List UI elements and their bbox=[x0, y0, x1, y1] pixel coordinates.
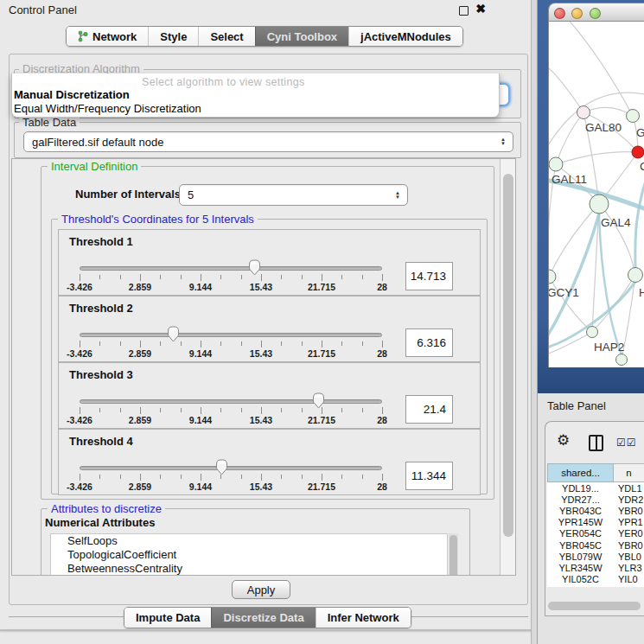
table-data-value: galFiltered.sif default node bbox=[32, 136, 163, 149]
group-title: Threshold's Coordinates for 5 Intervals bbox=[58, 213, 258, 226]
threshold-slider-track[interactable] bbox=[80, 466, 382, 470]
tab-select[interactable]: Select bbox=[198, 27, 254, 46]
number-of-intervals-value: 5 bbox=[188, 188, 194, 201]
network-node-gal4[interactable] bbox=[590, 194, 609, 214]
network-node-label: GA bbox=[636, 126, 644, 139]
table-data-combobox[interactable]: galFiltered.sif default node ▲▼ bbox=[23, 131, 513, 152]
threshold-slider-track[interactable] bbox=[80, 333, 382, 337]
attribute-list-item[interactable]: BetweennessCentrality bbox=[51, 562, 447, 576]
table-row[interactable]: YBR043CYBR0 bbox=[547, 505, 644, 516]
network-node-gcy1[interactable] bbox=[549, 270, 556, 284]
network-edge[interactable] bbox=[592, 275, 635, 332]
table-hscrollbar-thumb[interactable] bbox=[548, 602, 641, 610]
settings-scrollbar[interactable] bbox=[500, 159, 515, 576]
group-title: Interval Definition bbox=[48, 160, 141, 173]
column-header-shared-name[interactable]: shared... bbox=[547, 463, 614, 482]
numerical-attributes-label: Numerical Attributes bbox=[45, 516, 155, 529]
gear-icon[interactable]: ⚙ bbox=[557, 433, 570, 448]
network-canvas[interactable]: GAL80GACGAL11GAL4GCY1HHAP2 bbox=[548, 22, 644, 367]
threshold-value-field[interactable]: 11.344 bbox=[405, 462, 453, 490]
network-edge[interactable] bbox=[583, 107, 633, 116]
thresholds-group: Threshold's Coordinates for 5 Intervals … bbox=[51, 219, 488, 494]
panel-split-divider[interactable] bbox=[531, 0, 538, 644]
slider-tick-labels: -3.4262.8599.14415.4321.71528 bbox=[80, 282, 382, 292]
network-node-c[interactable] bbox=[632, 146, 644, 158]
tab-cyni-toolbox[interactable]: Cyni Toolbox bbox=[255, 27, 348, 46]
network-edge[interactable] bbox=[556, 152, 638, 164]
algorithm-option-equal-width[interactable]: Equal Width/Frequency Discretization bbox=[14, 102, 201, 115]
network-window-titlebar[interactable] bbox=[548, 3, 644, 22]
table-row[interactable]: YBL079WYBL0 bbox=[547, 551, 644, 562]
threshold-3-row: Threshold 3-3.4262.8599.14415.4321.71528… bbox=[58, 362, 481, 429]
algorithm-dropdown-popup: Select algorithm to view settings Manual… bbox=[11, 73, 500, 118]
attribute-list-item[interactable]: SelfLoops bbox=[51, 534, 447, 548]
algorithm-option-manual[interactable]: Manual Discretization bbox=[14, 88, 130, 101]
tab-infer-network[interactable]: Infer Network bbox=[316, 608, 411, 628]
slider-tick-labels: -3.4262.8599.14415.4321.71528 bbox=[80, 348, 382, 359]
threshold-value-field[interactable]: 21.4 bbox=[405, 395, 453, 424]
apply-button[interactable]: Apply bbox=[232, 580, 290, 599]
network-node-ga[interactable] bbox=[627, 110, 640, 123]
attributes-list-scrollbar[interactable] bbox=[449, 533, 458, 576]
slider-tick-labels: -3.4262.8599.14415.4321.71528 bbox=[80, 481, 382, 492]
column-checkbox-icons[interactable]: ☑☑ bbox=[616, 437, 637, 449]
network-node-hap2[interactable] bbox=[587, 327, 598, 338]
maximize-traffic-light-icon[interactable] bbox=[590, 8, 601, 19]
network-edge[interactable] bbox=[599, 204, 635, 275]
threshold-slider-track[interactable] bbox=[80, 399, 382, 404]
network-edge-highlighted[interactable] bbox=[635, 173, 644, 268]
table-row[interactable]: YLR345WYLR3 bbox=[547, 562, 644, 573]
column-header-name[interactable]: n bbox=[614, 463, 644, 482]
settings-scrollbar-thumb[interactable] bbox=[503, 174, 513, 537]
tab-jactivemnodules[interactable]: jActiveMNodules bbox=[348, 27, 462, 46]
slider-ticks bbox=[80, 407, 382, 415]
network-window[interactable]: GAL80GACGAL11GAL4GCY1HHAP2 bbox=[548, 3, 644, 367]
column-layout-icon[interactable] bbox=[589, 435, 603, 451]
settings-scroll-viewport: Interval Definition Number of Intervals … bbox=[11, 158, 516, 576]
tab-label: Infer Network bbox=[328, 611, 399, 624]
tab-label: Discretize Data bbox=[223, 611, 303, 624]
cell-shared-name: YBR045C bbox=[547, 540, 614, 551]
network-edge-highlighted[interactable] bbox=[599, 214, 622, 354]
network-node-gal11[interactable] bbox=[549, 157, 563, 171]
cell-shared-name: YBL079W bbox=[547, 552, 614, 562]
table-row[interactable]: YBR045CYBR0 bbox=[547, 539, 644, 551]
threshold-label: Threshold 4 bbox=[69, 435, 133, 448]
threshold-slider-track[interactable] bbox=[80, 266, 382, 271]
network-node-label: GAL11 bbox=[552, 173, 587, 186]
table-row[interactable]: YER054CYER0 bbox=[547, 528, 644, 539]
table-row[interactable]: YIL052CYIL0 bbox=[547, 574, 644, 585]
tab-style[interactable]: Style bbox=[148, 27, 198, 46]
control-panel-tabs: NetworkStyleSelectCyni ToolboxjActiveMNo… bbox=[66, 26, 463, 47]
cell-name: YLR3 bbox=[614, 563, 644, 573]
close-traffic-light-icon[interactable] bbox=[554, 8, 565, 19]
tab-impute-data[interactable]: Impute Data bbox=[124, 608, 211, 628]
attributes-list[interactable]: SelfLoopsTopologicalCoefficientBetweenne… bbox=[50, 533, 448, 576]
table-row[interactable]: YDR27...YDR2 bbox=[547, 494, 644, 505]
float-window-icon[interactable] bbox=[459, 6, 469, 16]
threshold-value-field[interactable]: 6.316 bbox=[405, 328, 453, 357]
network-node-gal80[interactable] bbox=[577, 106, 590, 119]
combo-stepper-icon: ▲▼ bbox=[501, 137, 506, 146]
network-node[interactable] bbox=[616, 354, 628, 366]
threshold-value-field[interactable]: 14.713 bbox=[405, 262, 453, 290]
node-attribute-table: shared... n YDL19...YDL1YDR27...YDR2YBR0… bbox=[547, 463, 644, 587]
table-row[interactable]: YDL19...YDL1 bbox=[547, 482, 644, 494]
number-of-intervals-combobox[interactable]: 5 ▲▼ bbox=[179, 184, 408, 206]
tab-label: Network bbox=[92, 30, 137, 43]
tab-label: Impute Data bbox=[136, 611, 200, 624]
control-panel-titlebar: Control Panel ✖ bbox=[0, 0, 531, 21]
network-edge[interactable] bbox=[556, 112, 583, 164]
tab-network[interactable]: Network bbox=[67, 27, 148, 46]
tab-discretize-data[interactable]: Discretize Data bbox=[211, 608, 315, 628]
network-node-label: GAL80 bbox=[585, 121, 622, 134]
table-panel-body: ⚙ ☑☑ shared... n YDL19...YDL1YDR27...YDR… bbox=[545, 421, 644, 616]
network-edge[interactable] bbox=[549, 65, 583, 112]
close-icon[interactable]: ✖ bbox=[475, 2, 486, 16]
slider-tick-labels: -3.4262.8599.14415.4321.71528 bbox=[80, 415, 382, 425]
network-node-h[interactable] bbox=[628, 268, 643, 283]
network-node-label: GCY1 bbox=[549, 286, 579, 299]
minimize-traffic-light-icon[interactable] bbox=[571, 8, 583, 19]
attribute-list-item[interactable]: TopologicalCoefficient bbox=[51, 548, 447, 562]
table-row[interactable]: YPR145WYPR1 bbox=[547, 517, 644, 528]
